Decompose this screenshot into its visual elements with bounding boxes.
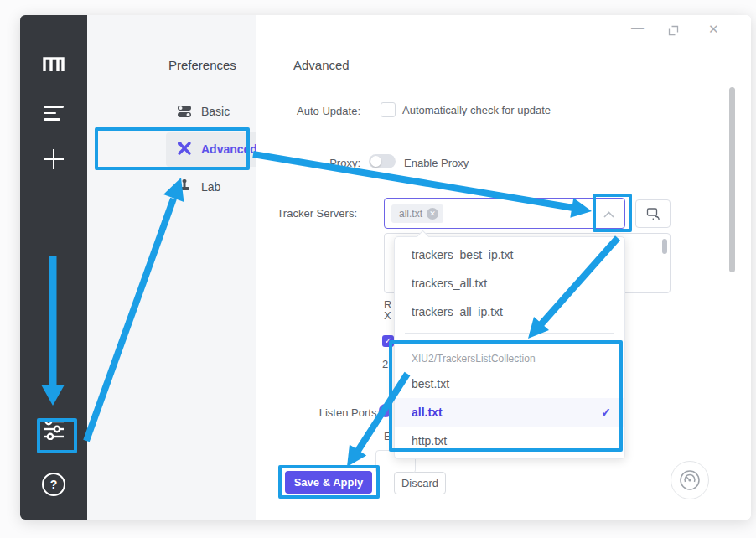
title-divider (282, 85, 709, 85)
dropdown-item[interactable]: trackers_best_ip.txt (395, 241, 624, 269)
dropdown-group-divider (405, 333, 614, 334)
listen-ports-label: Listen Ports: (271, 406, 380, 419)
checkmark-icon: ✓ (601, 398, 611, 427)
dropdown-group-label: XIU2/TrackersListCollection (412, 353, 536, 365)
dropdown-item[interactable]: http.txt (395, 427, 624, 455)
auto-update-checkbox-label[interactable]: Automatically check for update (402, 104, 551, 116)
preferences-title: Preferences (168, 58, 236, 72)
occluded-label: E (384, 430, 391, 442)
sidebar-item-advanced-label: Advanced (201, 142, 257, 156)
dropdown-item[interactable]: best.txt (395, 370, 624, 398)
tracker-servers-label: Tracker Servers: (248, 207, 357, 220)
dropdown-item-selected-label: all.txt (412, 406, 443, 419)
basic-toggles-icon (177, 104, 192, 119)
app-screenshot: ? Preferences Basic (0, 0, 756, 538)
preferences-panel: Preferences Basic Advanced (87, 15, 256, 520)
lab-stamp-icon (177, 178, 192, 194)
sync-trackers-button[interactable] (635, 199, 671, 228)
occluded-hint-line2: X (384, 309, 391, 322)
discard-button[interactable]: Discard (394, 472, 446, 494)
auto-update-checkbox[interactable] (381, 102, 396, 117)
advanced-tools-icon (177, 141, 192, 156)
close-button[interactable]: ✕ (708, 22, 719, 37)
minimize-button[interactable]: — (631, 20, 644, 34)
proxy-toggle-label: Enable Proxy (404, 157, 469, 169)
help-icon[interactable]: ? (20, 473, 87, 496)
save-apply-label: Save & Apply (294, 476, 364, 489)
tracker-servers-select[interactable]: all.txt ✕ (384, 198, 625, 229)
motrix-logo-icon (20, 54, 87, 72)
add-task-icon[interactable] (20, 149, 87, 169)
content-scrollbar-thumb[interactable] (729, 87, 735, 272)
toggle-knob (370, 156, 381, 167)
proxy-label: Proxy: (251, 157, 360, 169)
page-title: Advanced (293, 58, 350, 72)
textarea-scrollbar-thumb[interactable] (662, 239, 667, 254)
preferences-sliders-icon[interactable] (20, 418, 87, 440)
occluded-checkbox[interactable]: ✓ (382, 335, 394, 347)
proxy-toggle[interactable] (369, 154, 396, 168)
sidebar-item-basic-label: Basic (201, 105, 230, 118)
dropdown-item[interactable]: trackers_all.txt (395, 269, 624, 297)
occluded-timestamp: 2 (382, 358, 388, 370)
tracker-dropdown: trackers_best_ip.txt trackers_all.txt tr… (394, 236, 625, 459)
discard-label: Discard (401, 477, 438, 489)
maximize-button[interactable] (668, 25, 679, 36)
occluded-slider-handle[interactable] (379, 404, 392, 417)
help-glyph: ? (42, 473, 65, 496)
speed-limit-button[interactable] (671, 461, 709, 499)
task-list-icon[interactable] (20, 106, 87, 125)
dropdown-item[interactable]: trackers_all_ip.txt (395, 297, 624, 326)
tag-close-icon[interactable]: ✕ (427, 208, 438, 220)
selected-tag: all.txt ✕ (391, 204, 443, 223)
app-window: ? Preferences Basic (20, 15, 751, 520)
app-sidebar: ? (20, 15, 87, 520)
dropdown-item-selected[interactable]: all.txt ✓ (395, 398, 624, 427)
sidebar-item-lab-label: Lab (201, 180, 220, 194)
selected-tag-text: all.txt (399, 208, 422, 220)
save-apply-button[interactable]: Save & Apply (285, 471, 372, 494)
auto-update-label: Auto Update: (251, 105, 360, 117)
sync-icon (646, 207, 660, 220)
speedometer-icon (678, 468, 702, 492)
chevron-up-icon[interactable] (603, 211, 614, 218)
